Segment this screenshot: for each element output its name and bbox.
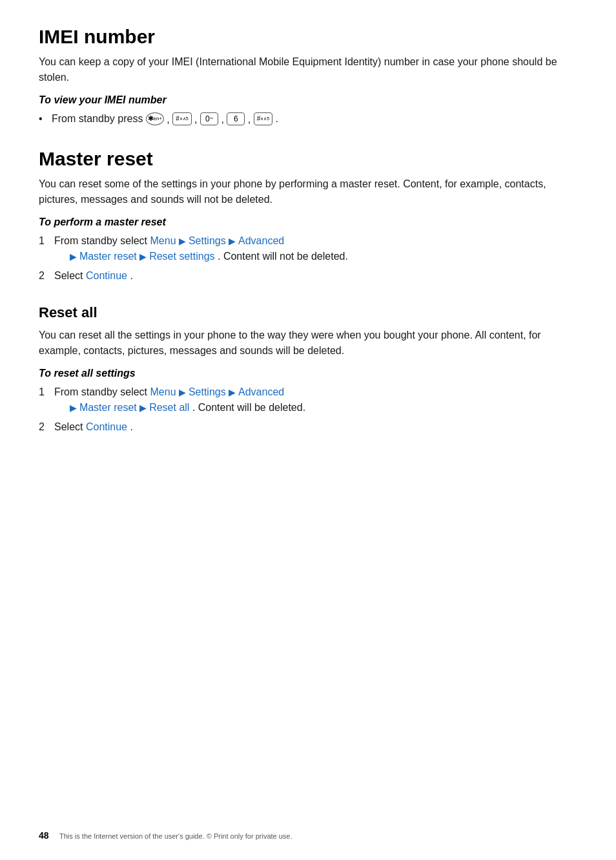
page-footer: 48 This is the Internet version of the u… [39, 830, 577, 841]
arrow-1c: ▶ [70, 251, 79, 262]
step-4-suffix: . [130, 421, 132, 432]
menu-link-1: Menu [150, 235, 176, 246]
comma4: , [245, 114, 253, 125]
arrow-2b: ▶ [229, 387, 238, 397]
continue-link-1: Continue [86, 270, 127, 281]
master-reset-step-2: 2 Select Continue . [39, 268, 577, 284]
continuation-2: ▶ Master reset ▶ Reset all . Content wil… [70, 402, 305, 413]
reset-all-settings-subsection: To reset all settings 1 From standby sel… [39, 368, 577, 435]
arrow-2d: ▶ [139, 403, 149, 413]
advanced-link-2: Advanced [238, 386, 284, 397]
continuation-1: ▶ Master reset ▶ Reset settings . Conten… [70, 251, 348, 262]
perform-master-reset-title: To perform a master reset [39, 216, 577, 228]
master-reset-body: You can reset some of the settings in yo… [39, 176, 577, 207]
master-reset-link-2: Master reset [79, 402, 137, 413]
continue-link-2: Continue [86, 421, 127, 432]
reset-all-step-2: 2 Select Continue . [39, 419, 577, 435]
reset-all-section: Reset all You can reset all the settings… [39, 304, 577, 435]
comma3: , [218, 114, 227, 125]
imei-steps: • From standby press ✱en+ , #∧∧5 , 0~ , … [39, 111, 577, 127]
reset-all-title: Reset all [39, 304, 577, 321]
settings-link-2: Settings [189, 386, 226, 397]
step-num-4: 2 [39, 419, 52, 435]
view-imei-title: To view your IMEI number [39, 94, 577, 106]
arrow-1a: ▶ [179, 236, 189, 246]
from-standby-select: From standby select [54, 235, 150, 246]
arrow-2a: ▶ [179, 387, 189, 397]
reset-all-steps: 1 From standby select Menu ▶ Settings ▶ … [39, 384, 577, 435]
reset-all-step-1: 1 From standby select Menu ▶ Settings ▶ … [39, 384, 577, 415]
select-text-2: Select [54, 421, 86, 432]
step-num-1: 1 [39, 233, 52, 249]
imei-step-1: • From standby press ✱en+ , #∧∧5 , 0~ , … [39, 111, 577, 127]
from-standby-select-2: From standby select [54, 386, 150, 397]
view-imei-subsection: To view your IMEI number • From standby … [39, 94, 577, 127]
settings-link-1: Settings [189, 235, 226, 246]
step-num-3: 1 [39, 384, 52, 400]
comma2: , [192, 114, 200, 125]
step-num-2: 2 [39, 268, 52, 284]
master-reset-step-1: 1 From standby select Menu ▶ Settings ▶ … [39, 233, 577, 264]
step-2-suffix-1: . [130, 270, 132, 281]
key-zero: 0~ [200, 112, 218, 125]
master-reset-link-1: Master reset [79, 251, 137, 262]
footer-text: This is the Internet version of the user… [59, 832, 293, 841]
step-3-text: From standby select Menu ▶ Settings ▶ Ad… [54, 384, 577, 415]
reset-all-link: Reset all [149, 402, 189, 413]
bullet-symbol: • [39, 111, 52, 127]
reset-settings-link: Reset settings [149, 251, 214, 262]
reset-all-settings-title: To reset all settings [39, 368, 577, 379]
imei-body: You can keep a copy of your IMEI (Intern… [39, 54, 577, 85]
select-text-1: Select [54, 270, 86, 281]
reset-all-body: You can reset all the settings in your p… [39, 328, 577, 359]
period: . [272, 113, 278, 124]
menu-link-2: Menu [150, 386, 176, 397]
master-reset-steps: 1 From standby select Menu ▶ Settings ▶ … [39, 233, 577, 284]
key-six: 6 [227, 112, 245, 125]
arrow-2c: ▶ [70, 403, 79, 413]
page-number: 48 [39, 830, 54, 841]
step-2-text: Select Continue . [54, 268, 577, 284]
advanced-link-1: Advanced [238, 235, 284, 246]
step-3-suffix: . Content will be deleted. [192, 402, 305, 413]
master-reset-title: Master reset [39, 148, 577, 170]
from-standby-text: From standby press [52, 113, 146, 124]
step-4-text: Select Continue . [54, 419, 577, 435]
key-hash1: #∧∧5 [172, 112, 191, 125]
step-1-text: From standby select Menu ▶ Settings ▶ Ad… [54, 233, 577, 264]
key-star: ✱en+ [146, 112, 164, 125]
imei-section: IMEI number You can keep a copy of your … [39, 26, 577, 127]
step-1-suffix: . Content will not be deleted. [218, 251, 348, 262]
master-reset-section: Master reset You can reset some of the s… [39, 148, 577, 284]
key-hash2: #∧∧5 [254, 112, 272, 125]
imei-title: IMEI number [39, 26, 577, 48]
imei-step-text: From standby press ✱en+ , #∧∧5 , 0~ , 6 … [52, 111, 577, 127]
perform-master-reset-subsection: To perform a master reset 1 From standby… [39, 216, 577, 284]
arrow-1d: ▶ [139, 251, 149, 262]
comma1: , [164, 114, 172, 125]
arrow-1b: ▶ [229, 236, 238, 246]
